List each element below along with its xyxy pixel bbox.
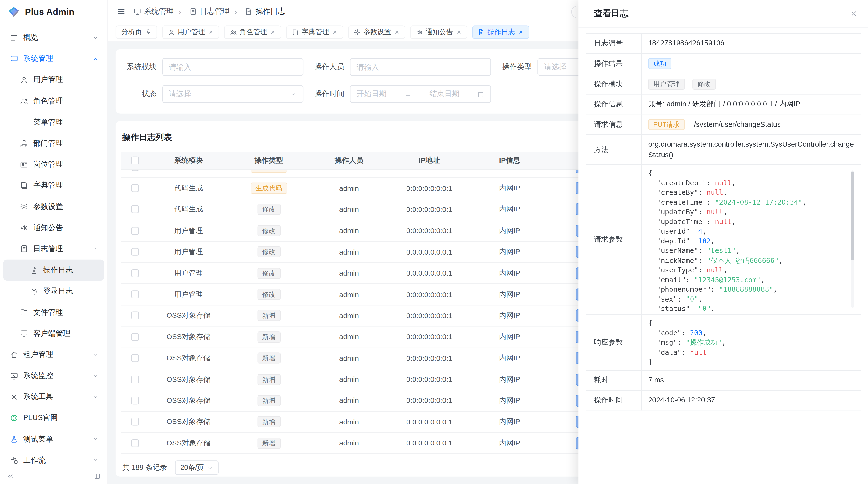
tab-close-icon[interactable] xyxy=(270,29,275,35)
cell-module: OSS对象存储 xyxy=(148,417,228,427)
select-all-checkbox[interactable] xyxy=(131,157,138,164)
chevron-down-icon xyxy=(92,35,98,41)
cell-operator: admin xyxy=(309,418,389,426)
cell-ip: 0:0:0:0:0:0:0:1 xyxy=(389,184,469,192)
collapse-sidebar-icon[interactable] xyxy=(7,473,14,480)
breadcrumb-item[interactable]: 日志管理 xyxy=(174,7,229,17)
badge-icon xyxy=(20,160,28,168)
sidebar-item[interactable]: 角色管理 xyxy=(3,91,104,112)
tab[interactable]: 用户管理 xyxy=(162,26,219,39)
hamburger-menu-icon[interactable] xyxy=(117,7,126,16)
total-records-text: 共 189 条记录 xyxy=(122,462,167,473)
tab-close-icon[interactable] xyxy=(208,29,213,35)
row-checkbox[interactable] xyxy=(131,184,138,192)
row-checkbox[interactable] xyxy=(131,376,138,383)
user-icon xyxy=(167,28,175,36)
cell-operator: admin xyxy=(309,170,389,171)
sidebar-item[interactable]: 文件管理 xyxy=(3,302,104,323)
sidebar-item[interactable]: 岗位管理 xyxy=(3,154,104,175)
op-time-range-picker[interactable]: 开始日期 → 结束日期 xyxy=(350,85,491,103)
row-checkbox[interactable] xyxy=(131,170,138,171)
chevron-down-icon xyxy=(92,373,98,379)
scrollbar-thumb[interactable] xyxy=(851,172,854,260)
sidebar-item[interactable]: 系统工具 xyxy=(3,386,104,408)
tab[interactable]: 分析页 xyxy=(116,26,157,39)
sidebar-item[interactable]: 概览 xyxy=(3,27,104,49)
tab[interactable]: 参数设置 xyxy=(348,26,405,39)
sidebar-item[interactable]: 客户端管理 xyxy=(3,323,104,344)
tab-close-icon[interactable] xyxy=(332,29,337,35)
cell-module: 代码生成 xyxy=(148,170,228,172)
row-checkbox[interactable] xyxy=(131,227,138,234)
cell-ip-info: 内网IP xyxy=(469,204,550,214)
op-type-tag: 新增 xyxy=(257,416,280,427)
breadcrumb-item[interactable]: 操作日志 xyxy=(229,7,285,17)
sidebar-item[interactable]: 通知公告 xyxy=(3,218,104,238)
screen-icon xyxy=(10,372,18,380)
scrollbar-track xyxy=(851,171,854,308)
calendar-icon xyxy=(477,90,485,98)
tab[interactable]: 角色管理 xyxy=(224,26,281,39)
sidebar-item[interactable]: 字典管理 xyxy=(3,175,104,196)
cell-ip: 0:0:0:0:0:0:0:1 xyxy=(389,269,469,277)
sidebar-item[interactable]: 租户管理 xyxy=(3,344,104,365)
tab-close-icon[interactable] xyxy=(518,29,523,35)
cell-operator: admin xyxy=(309,205,389,214)
gear-icon xyxy=(20,203,28,211)
sidebar-item[interactable]: 菜单管理 xyxy=(3,111,104,133)
row-checkbox[interactable] xyxy=(131,333,138,341)
drawer-title: 查看日志 xyxy=(594,8,628,19)
users-icon xyxy=(20,97,28,105)
row-checkbox[interactable] xyxy=(131,205,138,213)
column-header-ip: IP地址 xyxy=(389,156,469,165)
status-filter-select[interactable]: 请选择 xyxy=(162,85,303,103)
op-time-value: 2024-10-06 12:20:37 xyxy=(641,390,861,410)
column-header-op-type: 操作类型 xyxy=(228,156,309,165)
pin-icon[interactable] xyxy=(145,29,151,35)
close-icon[interactable] xyxy=(850,9,858,18)
page-size-select[interactable]: 20条/页 xyxy=(175,460,219,475)
sidebar-item[interactable]: 登录日志 xyxy=(3,281,104,302)
sidebar-item[interactable]: 测试菜单 xyxy=(3,428,104,450)
tab-close-icon[interactable] xyxy=(394,29,400,35)
row-checkbox[interactable] xyxy=(131,354,138,362)
row-checkbox[interactable] xyxy=(131,290,138,298)
sidebar-item[interactable]: 日志管理 xyxy=(3,238,104,260)
row-checkbox[interactable] xyxy=(131,248,138,256)
status-filter-label: 状态 xyxy=(116,89,157,99)
chevron-up-icon xyxy=(92,246,98,252)
layout-panel-icon[interactable] xyxy=(94,473,101,480)
op-type-tag: 修改 xyxy=(257,204,280,215)
doc-icon xyxy=(30,266,38,274)
sidebar-item[interactable]: 参数设置 xyxy=(3,196,104,218)
detail-row-info: 操作信息 账号: admin / 研发部门 / 0:0:0:0:0:0:0:1 … xyxy=(586,94,861,114)
sidebar-item[interactable]: 工作流 xyxy=(3,450,104,467)
row-checkbox[interactable] xyxy=(131,418,138,426)
op-type-tag: 新增 xyxy=(257,374,280,385)
sidebar-item[interactable]: 部门管理 xyxy=(3,133,104,154)
sidebar-item[interactable]: 系统监控 xyxy=(3,365,104,386)
sidebar-item[interactable]: PLUS官网 xyxy=(3,408,104,429)
detail-row-op-time: 操作时间 2024-10-06 12:20:37 xyxy=(586,390,861,410)
tab[interactable]: 操作日志 xyxy=(472,26,529,39)
module-filter-input[interactable] xyxy=(162,58,303,76)
cell-operator: admin xyxy=(309,248,389,256)
operator-filter-input[interactable] xyxy=(350,58,491,76)
row-checkbox[interactable] xyxy=(131,269,138,277)
sidebar-item[interactable]: 用户管理 xyxy=(3,69,104,91)
cell-operator: admin xyxy=(309,227,389,235)
cell-ip: 0:0:0:0:0:0:0:1 xyxy=(389,396,469,405)
sidebar-item[interactable]: 操作日志 xyxy=(3,260,104,281)
breadcrumb-item[interactable]: 系统管理 xyxy=(133,7,174,17)
cell-ip-info: 内网IP xyxy=(469,226,550,235)
tab-close-icon[interactable] xyxy=(456,29,462,35)
row-checkbox[interactable] xyxy=(131,312,138,320)
cell-module: OSS对象存储 xyxy=(148,396,228,406)
row-checkbox[interactable] xyxy=(131,397,138,405)
row-checkbox[interactable] xyxy=(131,439,138,447)
cell-module: OSS对象存储 xyxy=(148,311,228,321)
tab[interactable]: 通知公告 xyxy=(410,26,467,39)
sidebar-item[interactable]: 系统管理 xyxy=(3,48,104,69)
tab[interactable]: 字典管理 xyxy=(286,26,343,39)
cell-operator: admin xyxy=(309,312,389,320)
